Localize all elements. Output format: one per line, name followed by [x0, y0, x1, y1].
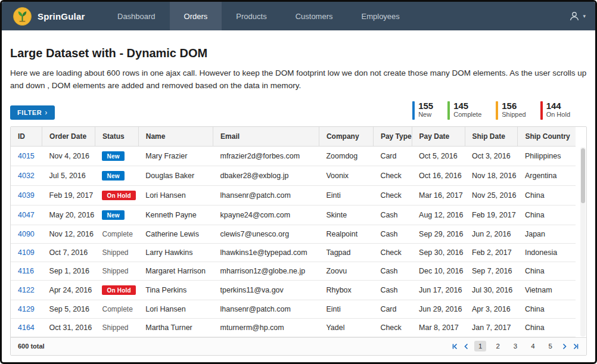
cell-status: Complete — [95, 300, 138, 318]
table-row: 4047May 20, 2016NewKenneth Paynekpayne24… — [11, 205, 576, 225]
order-id-link[interactable]: 4109 — [18, 248, 35, 257]
table-row: 4015Nov 4, 2016NewMary Fraziermfrazier2d… — [11, 146, 576, 166]
cell-order-date: Oct 31, 2016 — [42, 318, 95, 337]
cell-pay-date: Sep 30, 2016 — [412, 243, 465, 262]
brand-plant-icon — [13, 7, 32, 26]
nav-items: DashboardOrdersProductsCustomersEmployee… — [103, 2, 414, 30]
stat-bar — [447, 101, 450, 120]
cell-email: mharrison1z@globe.ne.jp — [213, 262, 319, 280]
cell-pay-date: Aug 12, 2016 — [412, 205, 465, 225]
order-id-link[interactable]: 4129 — [18, 305, 35, 313]
cell-name: Kenneth Payne — [138, 205, 213, 225]
user-menu[interactable]: ▾ — [559, 2, 595, 30]
pagination-pages: 12345 — [474, 341, 556, 351]
cell-status: Complete — [95, 225, 138, 243]
status-text: Complete — [102, 230, 132, 238]
stat-value: 144 — [546, 101, 570, 111]
status-badge: New — [102, 151, 124, 161]
cell-pay-date: Mar 16, 2017 — [412, 185, 465, 205]
page-button-1[interactable]: 1 — [474, 341, 486, 351]
cell-name: Catherine Lewis — [138, 225, 213, 243]
nav-item-customers[interactable]: Customers — [281, 2, 347, 30]
cell-ship-country: China — [518, 185, 576, 205]
order-id-link[interactable]: 4090 — [18, 230, 35, 238]
cell-pay-date: Oct 5, 2016 — [412, 146, 465, 166]
filter-button[interactable]: FILTER › — [10, 105, 55, 120]
status-text: Shipped — [102, 248, 128, 257]
orders-table-container: IDOrder DateStatusNameEmailCompanyPay Ty… — [10, 126, 587, 356]
order-id-link[interactable]: 4032 — [18, 172, 35, 180]
next-page-icon[interactable] — [562, 343, 567, 350]
cell-pay-date: Jun 29, 2016 — [412, 300, 465, 318]
first-page-icon[interactable] — [452, 343, 458, 350]
order-id-link[interactable]: 4122 — [18, 286, 35, 294]
cell-ship-country: China — [518, 262, 576, 280]
stat-label: Shipped — [502, 111, 526, 119]
column-header[interactable]: Status — [95, 127, 138, 147]
cell-email: lhansenr@patch.com — [213, 300, 319, 318]
cell-id: 4090 — [11, 225, 42, 243]
page-button-4[interactable]: 4 — [527, 341, 539, 351]
nav-item-products[interactable]: Products — [222, 2, 281, 30]
stat-value: 145 — [453, 101, 481, 111]
column-header[interactable]: Company — [319, 127, 373, 147]
column-header[interactable]: Ship Date — [465, 127, 518, 147]
column-header[interactable]: Name — [138, 127, 213, 147]
nav-item-orders[interactable]: Orders — [170, 2, 222, 30]
order-id-link[interactable]: 4047 — [18, 211, 35, 219]
table-footer: 600 total 12345 — [11, 337, 586, 355]
column-header[interactable]: Pay Type — [373, 127, 412, 147]
cell-pay-date: Jun 17, 2016 — [412, 280, 465, 300]
cell-company: Zoovu — [319, 262, 373, 280]
cell-id: 4039 — [11, 185, 42, 205]
last-page-icon[interactable] — [573, 343, 579, 350]
cell-company: Yadel — [319, 318, 373, 337]
cell-order-date: Sep 1, 2016 — [42, 262, 95, 280]
column-header[interactable]: Email — [213, 127, 319, 147]
cell-company: Einti — [319, 185, 373, 205]
page-button-3[interactable]: 3 — [509, 341, 521, 351]
cell-ship-country: Japan — [518, 225, 576, 243]
brand[interactable]: SprinGular — [2, 2, 103, 30]
stat-text: 145Complete — [453, 101, 481, 120]
nav-item-employees[interactable]: Employees — [347, 2, 414, 30]
order-id-link[interactable]: 4015 — [18, 152, 35, 160]
stat-value: 155 — [418, 101, 433, 111]
column-header[interactable]: Ship Country — [518, 127, 576, 147]
order-id-link[interactable]: 4116 — [18, 267, 34, 275]
nav-item-dashboard[interactable]: Dashboard — [103, 2, 170, 30]
prev-page-icon[interactable] — [464, 343, 469, 350]
cell-name: Mary Frazier — [138, 146, 213, 166]
cell-order-date: Sep 5, 2016 — [42, 300, 95, 318]
stat-complete: 145Complete — [447, 101, 481, 120]
vertical-scrollbar[interactable] — [580, 147, 586, 337]
table-row: 4122Apr 24, 2016On HoldTina Perkinstperk… — [11, 280, 576, 300]
cell-email: lhansenr@patch.com — [213, 185, 319, 205]
total-count: 600 total — [18, 343, 45, 350]
scrollbar-thumb[interactable] — [581, 148, 585, 203]
column-header[interactable]: Pay Date — [412, 127, 465, 147]
user-icon — [568, 10, 580, 22]
status-badge: New — [102, 210, 124, 220]
cell-email: mturnerm@hp.com — [213, 318, 319, 337]
cell-status: On Hold — [95, 280, 138, 300]
stat-bar — [540, 101, 543, 120]
order-id-link[interactable]: 4164 — [18, 323, 35, 332]
cell-id: 4122 — [11, 280, 42, 300]
column-header[interactable]: Order Date — [42, 127, 95, 147]
page-button-5[interactable]: 5 — [545, 341, 556, 351]
order-id-link[interactable]: 4039 — [18, 191, 35, 200]
stat-text: 144On Hold — [546, 101, 570, 120]
table-row: 4164Oct 31, 2016ShippedMartha Turnermtur… — [11, 318, 576, 337]
cell-id: 4129 — [11, 300, 42, 318]
chevron-down-icon: ▾ — [583, 13, 586, 19]
page-button-2[interactable]: 2 — [492, 341, 503, 351]
pagination: 12345 — [452, 341, 579, 351]
cell-pay-type: Cash — [373, 280, 412, 300]
cell-company: Zoomdog — [319, 146, 373, 166]
stat-label: New — [418, 111, 433, 119]
column-header[interactable]: ID — [11, 127, 42, 147]
cell-name: Lori Hansen — [138, 300, 213, 318]
app-window: SprinGular DashboardOrdersProductsCustom… — [0, 0, 597, 364]
cell-pay-type: Card — [373, 146, 412, 166]
